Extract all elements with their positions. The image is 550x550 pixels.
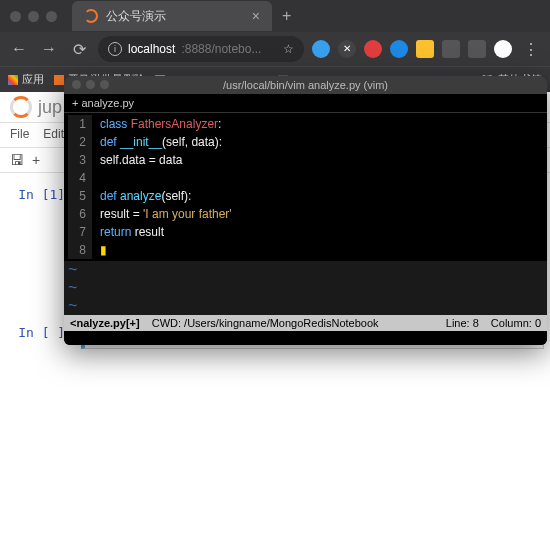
- url-path: :8888/notebo...: [181, 42, 261, 56]
- reload-button[interactable]: ⟳: [68, 40, 90, 59]
- jupyter-favicon: [84, 9, 98, 23]
- terminal-titlebar[interactable]: /usr/local/bin/vim analyze.py (vim): [64, 76, 547, 94]
- back-button[interactable]: ←: [8, 40, 30, 58]
- term-max-icon[interactable]: [100, 80, 109, 89]
- min-dot[interactable]: [28, 11, 39, 22]
- close-tab-icon[interactable]: ×: [252, 8, 260, 24]
- terminal-tab[interactable]: + analyze.py: [64, 94, 547, 113]
- max-dot[interactable]: [46, 11, 57, 22]
- ext-icon-7[interactable]: [468, 40, 486, 58]
- terminal-body[interactable]: 1class FathersAnalyzer:2 def __init__(se…: [64, 113, 547, 261]
- vim-tilde: ~: [64, 297, 547, 315]
- terminal-window[interactable]: /usr/local/bin/vim analyze.py (vim) + an…: [64, 76, 547, 345]
- forward-button[interactable]: →: [38, 40, 60, 58]
- ext-icon-4[interactable]: [390, 40, 408, 58]
- vim-statusline: <nalyze.py[+] CWD: /Users/kingname/Mongo…: [64, 315, 547, 331]
- menu-icon[interactable]: ⋮: [520, 40, 542, 59]
- ext-icon-5[interactable]: [416, 40, 434, 58]
- ext-icon-1[interactable]: [312, 40, 330, 58]
- menu-edit[interactable]: Edit: [43, 127, 64, 143]
- save-button[interactable]: 🖫: [10, 152, 24, 168]
- jupyter-logo-icon: [10, 96, 32, 118]
- term-min-icon[interactable]: [86, 80, 95, 89]
- add-cell-button[interactable]: +: [32, 152, 40, 168]
- browser-tab[interactable]: 公众号演示 ×: [72, 1, 272, 31]
- ext-icon-2[interactable]: ✕: [338, 40, 356, 58]
- vim-tilde: ~: [64, 279, 547, 297]
- terminal-gap: [64, 331, 547, 345]
- url-host: localhost: [128, 42, 175, 56]
- window-titlebar: 公众号演示 × +: [0, 0, 550, 32]
- jupyter-brand: jup: [38, 97, 62, 118]
- term-close-icon[interactable]: [72, 80, 81, 89]
- tab-title: 公众号演示: [106, 8, 166, 25]
- ext-icon-8[interactable]: [494, 40, 512, 58]
- vim-tilde: ~: [64, 261, 547, 279]
- ext-icon-3[interactable]: [364, 40, 382, 58]
- site-info-icon[interactable]: i: [108, 42, 122, 56]
- apps-button[interactable]: 应用: [8, 72, 44, 87]
- new-tab-button[interactable]: +: [282, 7, 291, 25]
- menu-file[interactable]: File: [10, 127, 29, 143]
- close-dot[interactable]: [10, 11, 21, 22]
- bookmark-star-icon[interactable]: ☆: [283, 42, 294, 56]
- status-file: <nalyze.py[+]: [70, 317, 140, 329]
- ext-icon-6[interactable]: [442, 40, 460, 58]
- terminal-title: /usr/local/bin/vim analyze.py (vim): [223, 79, 388, 91]
- address-bar[interactable]: i localhost:8888/notebo... ☆: [98, 36, 304, 62]
